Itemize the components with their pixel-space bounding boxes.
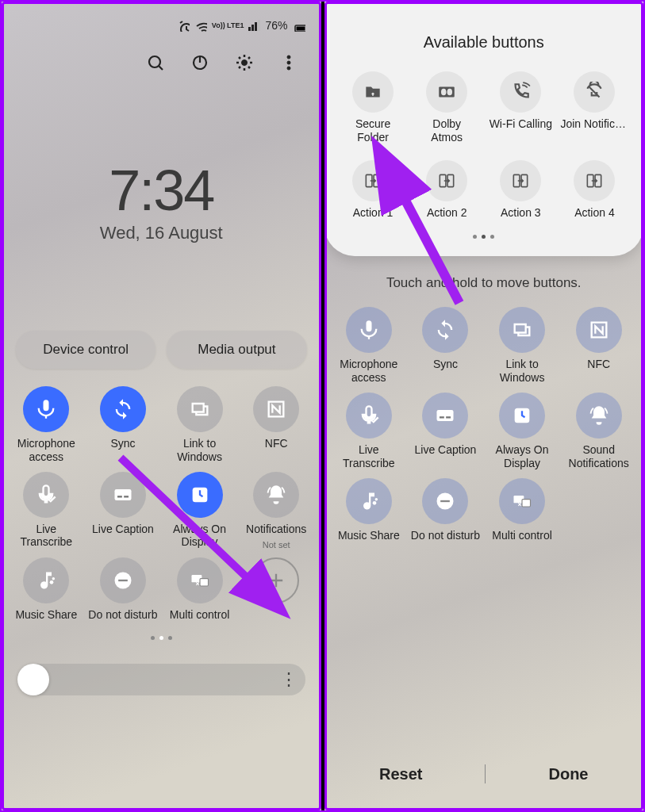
action-icon[interactable] xyxy=(352,160,394,201)
qs-tile-multi[interactable]: Multi control xyxy=(487,478,558,542)
available-tile-a4[interactable]: Action 4 xyxy=(560,160,629,220)
action-icon[interactable] xyxy=(574,160,615,201)
transcribe-icon[interactable] xyxy=(23,472,69,518)
link-icon[interactable] xyxy=(499,307,545,353)
available-buttons-title: Available buttons xyxy=(339,33,630,52)
device-control-button[interactable]: Device control xyxy=(16,331,155,369)
qs-tile-mic[interactable]: Microphone access xyxy=(334,307,405,385)
available-label: Action 3 xyxy=(501,206,541,220)
mic-icon[interactable] xyxy=(23,386,69,432)
search-button[interactable] xyxy=(145,52,167,75)
action-icon[interactable] xyxy=(500,160,541,201)
qs-tile-aod[interactable]: Always On Display xyxy=(164,472,235,550)
qs-tile-link[interactable]: Link to Windows xyxy=(487,307,558,385)
caption-icon[interactable] xyxy=(100,472,146,518)
qs-label: Microphone access xyxy=(11,437,82,464)
qs-label: Sync xyxy=(433,358,458,371)
qs-tile-caption[interactable]: Live Caption xyxy=(88,472,159,550)
nfc-icon[interactable] xyxy=(253,386,299,432)
reset-button[interactable]: Reset xyxy=(379,765,422,783)
join-icon[interactable] xyxy=(574,71,615,113)
brightness-more-icon[interactable]: ⋮ xyxy=(280,669,298,690)
dolby-icon[interactable] xyxy=(426,71,467,113)
qs-label: Live Caption xyxy=(92,523,154,536)
brightness-slider[interactable]: ⋮ xyxy=(17,664,305,695)
qs-tile-notif[interactable]: Sound Notifications xyxy=(563,393,634,470)
qs-tile-musicshare[interactable]: Music Share xyxy=(11,557,82,622)
settings-button[interactable] xyxy=(234,52,256,75)
qs-label: NFC xyxy=(587,358,610,371)
link-icon[interactable] xyxy=(177,386,223,432)
multi-icon[interactable] xyxy=(177,557,223,603)
wifi-icon xyxy=(194,19,207,32)
folder-icon[interactable] xyxy=(352,71,394,113)
available-tile-dolby[interactable]: Dolby Atmos xyxy=(413,71,482,144)
sync-icon[interactable] xyxy=(100,386,146,432)
clock-block[interactable]: 7:34 Wed, 16 August xyxy=(2,158,321,243)
qs-label: Multi control xyxy=(492,529,551,542)
available-tile-a2[interactable]: Action 2 xyxy=(413,160,482,220)
qs-label: Live Transcribe xyxy=(334,443,405,470)
music-icon[interactable] xyxy=(23,557,69,603)
mic-icon[interactable] xyxy=(346,307,392,353)
clock-icon[interactable] xyxy=(177,472,223,518)
plus-icon[interactable] xyxy=(253,557,299,603)
brightness-thumb[interactable] xyxy=(17,664,49,695)
wificall-icon[interactable] xyxy=(500,71,541,113)
qs-tile-dnd[interactable]: Do not disturb xyxy=(88,557,159,622)
available-tile-wificall[interactable]: Wi-Fi Calling xyxy=(486,71,555,144)
qs-tile-caption[interactable]: Live Caption xyxy=(410,393,481,470)
available-tile-secure[interactable]: Secure Folder xyxy=(339,71,408,144)
qs-tile-transcribe[interactable]: Live Transcribe xyxy=(11,472,82,550)
bottom-action-bar: Reset Done xyxy=(324,745,644,810)
available-tile-joinnotif[interactable]: Join Notificat.. xyxy=(560,71,629,144)
qs-tile-transcribe[interactable]: Live Transcribe xyxy=(334,393,405,470)
qs-label: Multi control xyxy=(170,608,229,622)
action-icon[interactable] xyxy=(426,160,467,201)
multi-icon[interactable] xyxy=(499,478,545,524)
qs-tile-multi[interactable]: Multi control xyxy=(164,557,235,622)
qs-label: Sync xyxy=(110,437,135,450)
available-label: Secure Folder xyxy=(355,117,390,144)
caption-icon[interactable] xyxy=(422,393,468,439)
qs-tile-link[interactable]: Link to Windows xyxy=(164,386,235,464)
available-label: Action 2 xyxy=(427,206,467,220)
battery-icon xyxy=(293,19,305,32)
qs-tile-aod[interactable]: Always On Display xyxy=(487,393,558,470)
bell-icon[interactable] xyxy=(253,472,299,518)
qs-label: Notifications xyxy=(246,523,306,536)
network-badge: Vo)) LTE1 xyxy=(212,21,244,29)
qs-tile-nfc[interactable]: NFC xyxy=(563,307,634,385)
more-button[interactable] xyxy=(278,52,301,75)
qs-tile-nfc[interactable]: NFC xyxy=(241,386,312,464)
done-button[interactable]: Done xyxy=(548,765,588,783)
nfc-icon[interactable] xyxy=(576,307,622,353)
qs-tile-dnd[interactable]: Do not disturb xyxy=(410,478,481,542)
qs-label: Music Share xyxy=(15,608,77,622)
available-pager-dots[interactable] xyxy=(339,235,630,239)
transcribe-icon[interactable] xyxy=(346,393,392,439)
qs-tile-musicshare[interactable]: Music Share xyxy=(334,478,405,542)
qs-tile-sync[interactable]: Sync xyxy=(410,307,481,385)
music-icon[interactable] xyxy=(346,478,392,524)
hint-text: Touch and hold to move buttons. xyxy=(324,275,644,291)
dnd-icon[interactable] xyxy=(100,557,146,603)
qs-tile-notif[interactable]: NotificationsNot set xyxy=(241,472,312,550)
sync-icon[interactable] xyxy=(422,307,468,353)
dnd-icon[interactable] xyxy=(422,478,468,524)
signal-bars-icon xyxy=(248,20,260,31)
qs-tile-add[interactable] xyxy=(241,557,312,622)
bell-icon[interactable] xyxy=(576,393,622,439)
available-tile-a3[interactable]: Action 3 xyxy=(486,160,555,220)
clock-icon[interactable] xyxy=(499,393,545,439)
power-button[interactable] xyxy=(190,52,212,75)
media-output-button[interactable]: Media output xyxy=(167,331,306,369)
qs-tile-mic[interactable]: Microphone access xyxy=(11,386,82,464)
qs-label: Live Transcribe xyxy=(11,523,82,550)
status-bar: Vo)) LTE1 76% xyxy=(2,2,321,36)
qs-label: NFC xyxy=(265,437,288,450)
qs-sublabel: Not set xyxy=(263,540,290,550)
available-tile-a1[interactable]: Action 1 xyxy=(339,160,408,220)
pager-dots[interactable] xyxy=(2,636,321,640)
qs-tile-sync[interactable]: Sync xyxy=(88,386,159,464)
